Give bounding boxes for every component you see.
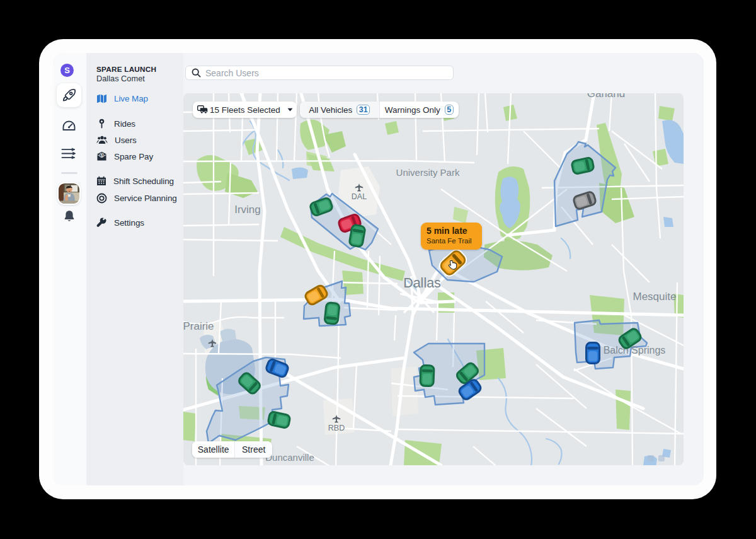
svg-text:$: $: [101, 153, 103, 158]
svg-text:Dallas: Dallas: [403, 275, 441, 291]
svg-text:RBD: RBD: [328, 424, 345, 432]
svg-text:Prairie: Prairie: [183, 320, 214, 332]
svg-text:Irving: Irving: [234, 204, 261, 216]
svg-text:University Park: University Park: [396, 167, 460, 178]
svg-text:Garland: Garland: [587, 93, 625, 100]
svg-text:DAL: DAL: [352, 192, 367, 201]
svg-text:Duncanville: Duncanville: [265, 452, 314, 463]
svg-text:Balch Springs: Balch Springs: [604, 345, 666, 356]
svg-text:Mesquite: Mesquite: [633, 291, 677, 303]
